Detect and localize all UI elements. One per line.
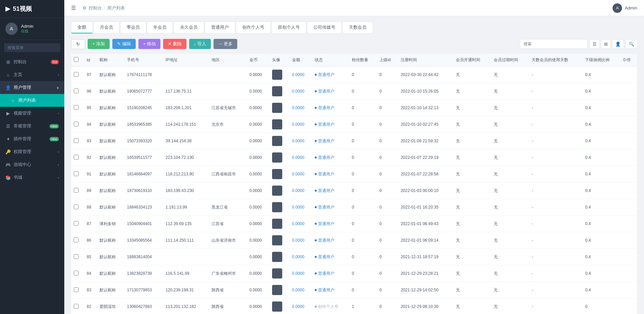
row-checkbox[interactable]: [74, 155, 79, 160]
row-fans: 0: [349, 100, 377, 116]
amount-link[interactable]: 0.0000: [292, 238, 305, 243]
row-checkbox[interactable]: [74, 138, 79, 143]
columns-button[interactable]: 👤: [612, 40, 624, 49]
row-commission: 0.4: [582, 249, 620, 265]
row-ip: 118.212.213.90: [163, 166, 208, 183]
sidebar-item-dashboard[interactable]: ⊞ 控制台 hot: [0, 55, 64, 68]
row-region: 江西省南昌市: [209, 166, 247, 183]
import-button[interactable]: ↓ 导入: [189, 39, 211, 49]
sidebar-item-user-mgmt[interactable]: 👤 用户管理 ∨: [0, 81, 64, 94]
tab-annual[interactable]: 年会员: [147, 22, 173, 33]
row-checkbox-cell: [71, 298, 84, 314]
row-checkbox[interactable]: [74, 171, 79, 176]
col-header-16: 下级抽佣比例: [582, 54, 620, 67]
amount-link[interactable]: 0.0000: [292, 221, 305, 226]
row-member-end: 无: [491, 100, 529, 116]
select-all-checkbox[interactable]: [74, 57, 79, 62]
row-checkbox[interactable]: [74, 271, 79, 275]
avatar-thumb: [272, 301, 282, 312]
sidebar-item-bookstore[interactable]: 📚 书城 ›: [0, 171, 64, 184]
row-coins: 0.0000: [247, 199, 269, 216]
header-right: A Admin: [613, 3, 637, 13]
amount-link[interactable]: 0.0000: [292, 255, 305, 259]
sidebar-item-home[interactable]: ⌂ 主页 ›: [0, 68, 64, 81]
row-id: 82: [84, 298, 96, 314]
tab-monthly[interactable]: 月会员: [93, 22, 119, 33]
amount-link[interactable]: 0.0000: [292, 304, 305, 309]
search-submit-button[interactable]: 🔍: [626, 40, 637, 49]
amount-link[interactable]: 0.0000: [292, 155, 305, 160]
tab-company-media[interactable]: 公司传媒号: [307, 22, 342, 33]
amount-link[interactable]: 0.0000: [292, 139, 305, 143]
row-coins: 0.0000: [247, 265, 269, 282]
move-button[interactable]: + 移动: [138, 39, 160, 49]
amount-link[interactable]: 0.0000: [292, 288, 305, 292]
row-checkbox[interactable]: [74, 238, 79, 242]
delete-button[interactable]: ✕ 删除: [163, 39, 186, 49]
table-row: 83 默认昵称 17130779853 120.239.199.31 陕西省 0…: [71, 282, 637, 298]
refresh-button[interactable]: ↻: [71, 39, 85, 49]
sidebar-item-regular-mgmt[interactable]: ☰ 常规管理 new: [0, 120, 64, 132]
table-row: 89 默认昵称 18730619310 183.199.43.230 0.000…: [71, 183, 637, 199]
table-row: 87 薄利多销 15040904401 112.39.69.135 江苏省 0.…: [71, 216, 637, 232]
amount-link[interactable]: 0.0000: [292, 271, 305, 276]
row-reg-time: 2022-03-30 22:44:42: [398, 67, 453, 83]
tab-all[interactable]: 全部: [71, 22, 93, 33]
sidebar-item-game-center[interactable]: 🎮 游戏中心 ›: [0, 158, 64, 171]
row-coins: 0.0000: [247, 298, 269, 314]
list-view-button[interactable]: ☰: [590, 40, 600, 49]
more-button[interactable]: ⋯ 更多: [214, 39, 238, 49]
sidebar-item-permission-mgmt[interactable]: 🔑 权限管理 ›: [0, 145, 64, 158]
status-badge: 普通用户: [315, 72, 334, 78]
row-ip: [163, 67, 208, 83]
edit-button[interactable]: ✎ 编辑: [112, 39, 136, 49]
row-checkbox[interactable]: [74, 204, 79, 209]
row-ip: 223.104.72.130: [163, 149, 208, 166]
row-checkbox[interactable]: [74, 287, 79, 292]
row-checkbox[interactable]: [74, 105, 79, 110]
chevron-icon: ›: [58, 176, 59, 179]
tab-original-personal[interactable]: 原创个人号: [271, 22, 306, 33]
row-checkbox[interactable]: [74, 221, 79, 226]
amount-link[interactable]: 0.0000: [292, 105, 305, 110]
tab-permanent[interactable]: 永久会员: [174, 22, 204, 33]
gear-icon: ⚙: [83, 5, 87, 10]
amount-link[interactable]: 0.0000: [292, 89, 305, 94]
row-commission: 0.4: [582, 133, 620, 149]
status-dot: [315, 90, 317, 92]
add-button[interactable]: + 添加: [88, 39, 110, 49]
amount-link[interactable]: 0.0000: [292, 205, 305, 210]
search-input[interactable]: [4, 43, 60, 52]
row-amount: 0.0000: [289, 282, 312, 298]
amount-link[interactable]: 0.0000: [292, 122, 305, 127]
tab-normal[interactable]: 普通用户: [205, 22, 235, 33]
sidebar-item-video-mgmt[interactable]: ▶ 视频管理 ›: [0, 107, 64, 120]
tab-quarterly[interactable]: 季会员: [120, 22, 146, 33]
row-checkbox[interactable]: [74, 188, 79, 193]
row-checkbox-cell: [71, 265, 84, 282]
row-phone: 15190208245: [124, 100, 163, 116]
row-member-start: 无: [453, 265, 491, 282]
row-coins: 0.0000: [247, 100, 269, 116]
amount-link[interactable]: 0.0000: [292, 188, 305, 193]
row-checkbox[interactable]: [74, 122, 79, 126]
row-tianshu-days: -: [529, 265, 582, 282]
sidebar-item-plugin-mgmt[interactable]: ✦ 插件管理 new: [0, 132, 64, 145]
row-checkbox[interactable]: [74, 254, 79, 259]
row-checkbox[interactable]: [74, 72, 79, 77]
chevron-icon: ›: [58, 112, 59, 115]
tab-creator-personal[interactable]: 创作个人号: [236, 22, 271, 33]
sidebar-item-user-list[interactable]: ○ 用户列表: [0, 94, 64, 107]
hamburger-icon[interactable]: ☰: [71, 5, 76, 11]
amount-link[interactable]: 0.0000: [292, 72, 305, 77]
row-checkbox[interactable]: [74, 304, 79, 309]
table-search-input[interactable]: [520, 39, 587, 49]
grid-view-button[interactable]: ⊞: [601, 40, 611, 49]
amount-link[interactable]: 0.0000: [292, 172, 305, 176]
row-amount: 0.0000: [289, 149, 312, 166]
row-checkbox[interactable]: [74, 89, 79, 93]
tab-tianshu[interactable]: 天数会员: [342, 22, 373, 33]
row-parent-id: 0: [377, 232, 398, 249]
row-reg-time: 2022-01-07 22:28:58: [398, 166, 453, 183]
row-nickname: 默认昵称: [97, 183, 125, 199]
